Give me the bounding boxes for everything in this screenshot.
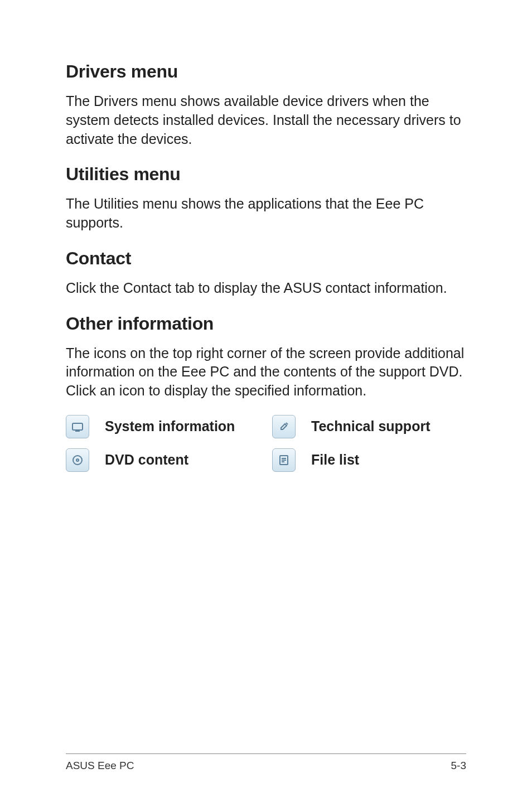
icon-label-file-list: File list bbox=[311, 452, 359, 468]
heading-drivers-menu: Drivers menu bbox=[66, 61, 466, 82]
footer-page-number: 5-3 bbox=[451, 760, 466, 772]
paragraph-contact: Click the Contact tab to display the ASU… bbox=[66, 279, 466, 298]
page-footer: ASUS Eee PC 5-3 bbox=[66, 753, 466, 772]
heading-contact: Contact bbox=[66, 248, 466, 269]
file-list-icon bbox=[272, 448, 296, 472]
heading-other-information: Other information bbox=[66, 313, 466, 334]
icon-row: DVD content File list bbox=[66, 448, 466, 472]
icon-cell: System information bbox=[66, 415, 272, 438]
heading-utilities-menu: Utilities menu bbox=[66, 164, 466, 185]
icon-cell: Technical support bbox=[272, 415, 466, 438]
icon-grid: System information Technical support DVD… bbox=[66, 415, 466, 472]
icon-label-technical-support: Technical support bbox=[311, 418, 430, 434]
dvd-content-icon bbox=[66, 448, 89, 472]
system-information-icon bbox=[66, 415, 89, 438]
icon-row: System information Technical support bbox=[66, 415, 466, 438]
paragraph-drivers-menu: The Drivers menu shows available device … bbox=[66, 92, 466, 148]
svg-rect-0 bbox=[72, 423, 83, 430]
icon-label-dvd-content: DVD content bbox=[105, 452, 188, 468]
svg-point-2 bbox=[76, 459, 79, 461]
icon-cell: File list bbox=[272, 448, 466, 472]
icon-cell: DVD content bbox=[66, 448, 272, 472]
svg-point-1 bbox=[73, 456, 82, 465]
paragraph-utilities-menu: The Utilities menu shows the application… bbox=[66, 195, 466, 233]
document-page: Drivers menu The Drivers menu shows avai… bbox=[0, 0, 532, 802]
icon-label-system-information: System information bbox=[105, 418, 235, 434]
paragraph-other-information: The icons on the top right corner of the… bbox=[66, 344, 466, 400]
footer-left: ASUS Eee PC bbox=[66, 760, 134, 772]
technical-support-icon bbox=[272, 415, 296, 438]
